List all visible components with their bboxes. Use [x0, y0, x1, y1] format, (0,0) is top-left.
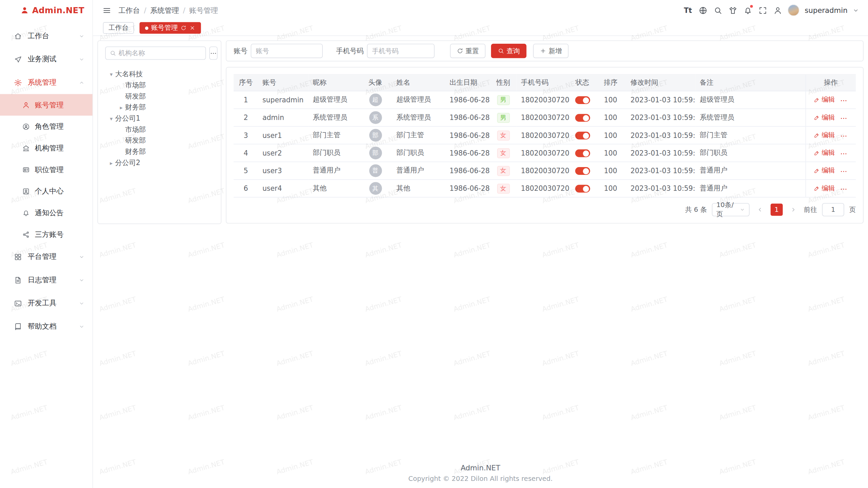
sidebar: Admin.NET 工作台业务测试系统管理账号管理角色管理机构管理职位管理个人中…: [0, 0, 93, 488]
sidebar-subitem-profile[interactable]: 个人中心: [0, 180, 93, 202]
tree-node[interactable]: ▸财务部: [105, 102, 214, 113]
fullscreen-icon[interactable]: [758, 5, 768, 15]
sidebar-item-biz-test[interactable]: 业务测试: [0, 47, 93, 71]
column-header: 排序: [595, 75, 626, 91]
footer-copyright: Copyright © 2022 Dilon All rights reserv…: [93, 475, 868, 483]
org-icon: [22, 144, 30, 152]
row-avatar: 部: [369, 147, 382, 160]
tree-caret-icon[interactable]: ▾: [107, 115, 115, 121]
tree-node[interactable]: ▾大名科技: [105, 68, 214, 80]
refresh-icon: [457, 47, 463, 54]
tree-caret-icon[interactable]: ▸: [117, 104, 125, 110]
notification-bell-icon[interactable]: [743, 5, 752, 15]
topbar: 工作台/系统管理/账号管理 Ttsuperadmin: [93, 0, 868, 20]
gear-icon: [14, 78, 22, 86]
chevron-up-icon: [79, 79, 85, 85]
sidebar-item-help-docs[interactable]: 帮助文档: [0, 315, 93, 338]
user-avatar[interactable]: [788, 4, 799, 16]
tree-node[interactable]: ▸分公司2: [105, 157, 214, 168]
main-area: 工作台/系统管理/账号管理 Ttsuperadmin 工作台账号管理 ▾大名科技…: [93, 0, 868, 488]
prev-page-button[interactable]: [754, 204, 766, 215]
row-more-button[interactable]: [840, 185, 848, 193]
refresh-icon[interactable]: [180, 25, 186, 31]
search-button[interactable]: 查询: [491, 44, 526, 58]
account-input[interactable]: [251, 44, 323, 58]
row-more-button[interactable]: [840, 97, 848, 105]
tree-caret-icon[interactable]: ▸: [107, 160, 115, 166]
edit-button[interactable]: 编辑: [814, 95, 835, 104]
language-icon[interactable]: [698, 5, 708, 15]
sidebar-subitem-notice[interactable]: 通知公告: [0, 202, 93, 224]
sidebar-subitem-org[interactable]: 机构管理: [0, 137, 93, 159]
row-more-button[interactable]: [840, 133, 848, 140]
phone-input[interactable]: [367, 44, 434, 58]
breadcrumb-item[interactable]: 工作台: [118, 5, 140, 15]
sidebar-item-workbench[interactable]: 工作台: [0, 24, 93, 48]
page-size-select[interactable]: 10条/页: [712, 203, 750, 216]
column-header: 手机号码: [516, 75, 570, 91]
table-row: 3user1部门主管部部门主管1986-06-28女18020030720100…: [234, 126, 856, 144]
tree-caret-icon[interactable]: ▾: [107, 71, 115, 77]
status-toggle[interactable]: [575, 149, 590, 157]
footer: Admin.NET Copyright © 2022 Dilon All rig…: [93, 458, 868, 488]
post-icon: [22, 166, 30, 174]
status-toggle[interactable]: [575, 132, 590, 140]
tree-node[interactable]: 财务部: [105, 146, 214, 157]
org-tree: ▾大名科技市场部研发部▸财务部▾分公司1市场部研发部财务部▸分公司2: [105, 68, 214, 168]
tree-node[interactable]: 研发部: [105, 135, 214, 146]
sidebar-subitem-role[interactable]: 角色管理: [0, 116, 93, 137]
breadcrumb-item[interactable]: 系统管理: [150, 5, 179, 15]
font-size-icon[interactable]: Tt: [683, 5, 693, 15]
close-icon[interactable]: [189, 25, 195, 31]
org-more-button[interactable]: [209, 46, 217, 60]
tab-workbench[interactable]: 工作台: [103, 22, 134, 34]
current-page[interactable]: 1: [771, 204, 783, 216]
pagination: 共 6 条 10条/页 1 前往 页: [234, 203, 856, 216]
app-root: Admin.NET 工作台业务测试系统管理账号管理角色管理机构管理职位管理个人中…: [0, 0, 868, 488]
tree-node[interactable]: 市场部: [105, 124, 214, 135]
sidebar-subitem-account[interactable]: 账号管理: [0, 94, 93, 116]
row-more-button[interactable]: [840, 150, 848, 158]
reset-button[interactable]: 重置: [450, 44, 485, 58]
breadcrumb-item[interactable]: 账号管理: [189, 5, 218, 15]
row-more-button[interactable]: [840, 168, 848, 176]
tree-node[interactable]: 研发部: [105, 91, 214, 102]
sidebar-subitem-position[interactable]: 职位管理: [0, 159, 93, 181]
chevron-down-icon[interactable]: [852, 7, 859, 14]
sidebar-item-dev-tools[interactable]: 开发工具: [0, 291, 93, 315]
edit-button[interactable]: 编辑: [814, 148, 835, 158]
hamburger-menu-icon[interactable]: [102, 5, 112, 15]
status-toggle[interactable]: [575, 96, 590, 104]
org-search-box[interactable]: [105, 46, 206, 60]
next-page-button[interactable]: [788, 204, 799, 215]
tree-node[interactable]: 市场部: [105, 80, 214, 91]
org-search-input[interactable]: [118, 49, 201, 57]
sidebar-subitem-third-account[interactable]: 三方账号: [0, 224, 93, 245]
app-logo[interactable]: Admin.NET: [0, 0, 93, 20]
tree-node[interactable]: ▾分公司1: [105, 113, 214, 124]
theme-icon[interactable]: [728, 5, 737, 15]
table-header-row: 序号账号昵称头像姓名出生日期性别手机号码状态排序修改时间备注操作: [234, 75, 856, 91]
column-header: 序号: [234, 75, 258, 91]
sidebar-item-platform[interactable]: 平台管理: [0, 245, 93, 268]
edit-button[interactable]: 编辑: [814, 130, 835, 140]
username[interactable]: superadmin: [805, 6, 847, 14]
sidebar-item-system[interactable]: 系统管理: [0, 71, 93, 94]
status-toggle[interactable]: [575, 114, 590, 122]
edit-button[interactable]: 编辑: [814, 113, 835, 122]
add-button[interactable]: 新增: [533, 44, 568, 58]
edit-button[interactable]: 编辑: [814, 166, 835, 175]
status-toggle[interactable]: [575, 167, 590, 175]
status-toggle[interactable]: [575, 185, 590, 193]
goto-page-input[interactable]: [822, 203, 844, 216]
row-more-button[interactable]: [840, 115, 848, 122]
link-icon: [22, 230, 30, 238]
search-icon[interactable]: [713, 5, 723, 15]
query-form: 账号 手机号码 重置 查询 新增: [226, 40, 864, 61]
tab-account[interactable]: 账号管理: [139, 22, 201, 34]
org-search-row: [105, 46, 214, 60]
row-avatar: 其: [369, 182, 382, 195]
sidebar-item-log[interactable]: 日志管理: [0, 268, 93, 292]
profile-icon[interactable]: [773, 5, 783, 15]
edit-button[interactable]: 编辑: [814, 184, 835, 193]
